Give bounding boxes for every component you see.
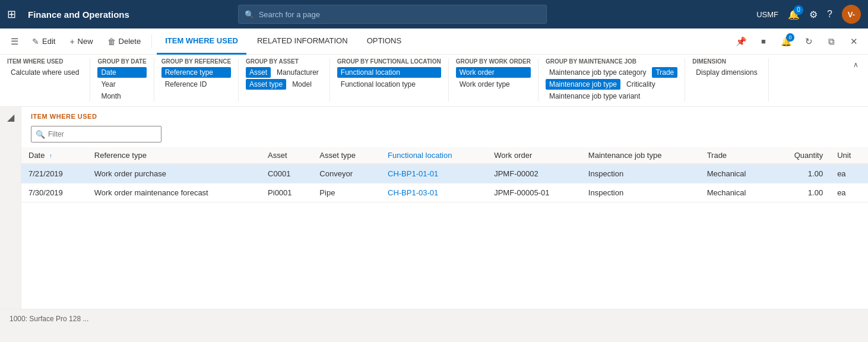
edit-button[interactable]: ✎ Edit	[26, 33, 61, 50]
settings-gear-icon[interactable]: ⚙	[809, 9, 818, 20]
col-asset: Asset	[261, 147, 312, 164]
col-trade: Trade	[700, 147, 772, 164]
notification-icon2[interactable]: 🔔 0	[777, 32, 796, 51]
top-bar: ⊞ Finance and Operations 🔍 USMF 🔔 0 ⚙ ? …	[0, 0, 868, 28]
ribbon-items-work-order: Work order Work order type	[456, 67, 531, 90]
ribbon-group-work-order: GROUP BY WORK ORDER Work order Work orde…	[449, 58, 538, 102]
tab-related-information[interactable]: RELATED INFORMATION	[249, 28, 356, 55]
ribbon-asset-type[interactable]: Asset type	[246, 79, 286, 90]
plus-icon: +	[69, 37, 74, 46]
ribbon-maintenance-job-type-category[interactable]: Maintenance job type category	[546, 67, 650, 78]
cell-asset-type-2: Pipe	[312, 183, 381, 202]
cell-unit-1: ea	[830, 164, 868, 183]
filter-funnel-icon[interactable]: ◢	[7, 112, 14, 123]
cell-reference-type-1: Work order purchase	[87, 164, 261, 183]
data-area: ITEM WHERE USED 🔍 Date ↑ Reference type …	[21, 107, 868, 309]
office-icon[interactable]: ■	[754, 32, 773, 51]
ribbon-collapse-icon[interactable]: ∧	[851, 58, 861, 71]
ribbon-year[interactable]: Year	[97, 79, 146, 90]
pin-icon[interactable]: 📌	[731, 32, 750, 51]
col-asset-type: Asset type	[312, 147, 381, 164]
cell-asset-2: Pi0001	[261, 183, 312, 202]
ribbon-group-title-dimension: DIMENSION	[692, 58, 761, 65]
cell-asset-type-1: Conveyor	[312, 164, 381, 183]
refresh-icon[interactable]: ↻	[799, 32, 818, 51]
ribbon-group-title-item-where-used: ITEM WHERE USED	[7, 58, 83, 65]
tab-item-where-used[interactable]: ITEM WHERE USED	[157, 28, 246, 55]
cell-reference-type-2: Work order maintenance forecast	[87, 183, 261, 202]
col-date[interactable]: Date ↑	[21, 147, 87, 164]
cell-trade-1: Mechanical	[700, 164, 772, 183]
cell-date-1: 7/21/2019	[21, 164, 87, 183]
ribbon-date[interactable]: Date	[97, 67, 146, 78]
command-bar: ☰ ✎ Edit + New 🗑 Delete ITEM WHERE USED …	[0, 28, 868, 55]
ribbon-asset[interactable]: Asset	[246, 67, 271, 78]
ribbon-items-reference: Reference type Reference ID	[161, 67, 231, 90]
ribbon-work-order[interactable]: Work order	[456, 67, 531, 78]
ribbon-group-asset: GROUP BY ASSET Asset Manufacturer Asset …	[239, 58, 330, 102]
ribbon-maintenance-job-type[interactable]: Maintenance job type	[546, 79, 620, 90]
ribbon-maintenance-job-type-variant[interactable]: Maintenance job type variant	[546, 91, 677, 102]
cell-functional-location-2[interactable]: CH-BP1-03-01	[381, 183, 487, 202]
sort-arrow-date: ↑	[49, 153, 52, 159]
ribbon-criticality[interactable]: Criticality	[623, 79, 659, 90]
cell-quantity-1: 1.00	[772, 164, 830, 183]
cell-trade-2: Mechanical	[700, 183, 772, 202]
ribbon-functional-location[interactable]: Functional location	[337, 67, 441, 78]
ribbon-functional-location-type[interactable]: Functional location type	[337, 79, 441, 90]
filter-search-icon: 🔍	[36, 130, 45, 139]
open-in-new-icon[interactable]: ⧉	[822, 32, 841, 51]
ribbon-group-dimension: DIMENSION Display dimensions	[685, 58, 768, 102]
close-icon[interactable]: ✕	[844, 32, 863, 51]
ribbon-items-date: Date Year Month	[97, 67, 146, 102]
search-input[interactable]	[259, 10, 540, 19]
ribbon-group-maintenance-job: GROUP BY MAINTENANCE JOB Maintenance job…	[538, 58, 685, 102]
waffle-icon[interactable]: ⊞	[7, 8, 16, 21]
ribbon-group-item-where-used: ITEM WHERE USED Calculate where used	[7, 58, 90, 102]
ribbon-month[interactable]: Month	[97, 91, 146, 102]
delete-button[interactable]: 🗑 Delete	[102, 33, 147, 50]
ribbon-group-title-maintenance-job: GROUP BY MAINTENANCE JOB	[546, 58, 677, 65]
col-unit: Unit	[830, 147, 868, 164]
ribbon-items-asset: Asset Manufacturer Asset type Model	[246, 67, 322, 90]
app-title: Finance and Operations	[28, 10, 129, 20]
col-functional-location: Functional location	[381, 147, 487, 164]
ribbon-trade[interactable]: Trade	[652, 67, 677, 78]
tab-options[interactable]: OPTIONS	[359, 28, 410, 55]
user-avatar[interactable]: V-	[842, 5, 861, 24]
filter-bar: 🔍	[21, 124, 868, 147]
notification-bell-icon[interactable]: 🔔 0	[788, 9, 800, 20]
cell-work-order-2: JPMF-00005-01	[487, 183, 581, 202]
cell-functional-location-1[interactable]: CH-BP1-01-01	[381, 164, 487, 183]
cell-quantity-2: 1.00	[772, 183, 830, 202]
table-header: Date ↑ Reference type Asset Asset type F…	[21, 147, 868, 164]
ribbon-reference-id[interactable]: Reference ID	[161, 79, 231, 90]
ribbon-calculate-where-used[interactable]: Calculate where used	[7, 67, 83, 78]
ribbon-items-functional-location: Functional location Functional location …	[337, 67, 441, 90]
results-table: Date ↑ Reference type Asset Asset type F…	[21, 147, 868, 202]
table-row[interactable]: 7/30/2019 Work order maintenance forecas…	[21, 183, 868, 202]
hamburger-menu-icon[interactable]: ☰	[5, 32, 24, 51]
status-bar: 1000: Surface Pro 128 ...	[0, 309, 868, 328]
badge2: 0	[786, 33, 794, 42]
ribbon-model[interactable]: Model	[289, 79, 315, 90]
ribbon-manufacturer[interactable]: Manufacturer	[273, 67, 322, 78]
table-body: 7/21/2019 Work order purchase C0001 Conv…	[21, 164, 868, 202]
help-icon[interactable]: ?	[827, 9, 832, 20]
command-bar-right: 📌 ■ 🔔 0 ↻ ⧉ ✕	[731, 32, 863, 51]
main-content: ◢ ITEM WHERE USED 🔍 Date ↑ Reference typ…	[0, 107, 868, 309]
ribbon-group-title-work-order: GROUP BY WORK ORDER	[456, 58, 531, 65]
ribbon-display-dimensions[interactable]: Display dimensions	[692, 67, 761, 78]
ribbon: ITEM WHERE USED Calculate where used GRO…	[0, 55, 868, 107]
new-button[interactable]: + New	[64, 33, 99, 50]
ribbon-items-item-where-used: Calculate where used	[7, 67, 83, 78]
search-box[interactable]: 🔍	[238, 5, 547, 24]
filter-input[interactable]	[31, 126, 161, 142]
status-text: 1000: Surface Pro 128 ...	[9, 315, 88, 323]
ribbon-items-dimension: Display dimensions	[692, 67, 761, 78]
ribbon-reference-type[interactable]: Reference type	[161, 67, 231, 78]
ribbon-work-order-type[interactable]: Work order type	[456, 79, 531, 90]
data-section-title: ITEM WHERE USED	[21, 107, 868, 124]
table-row[interactable]: 7/21/2019 Work order purchase C0001 Conv…	[21, 164, 868, 183]
cell-maintenance-job-type-1: Inspection	[581, 164, 700, 183]
